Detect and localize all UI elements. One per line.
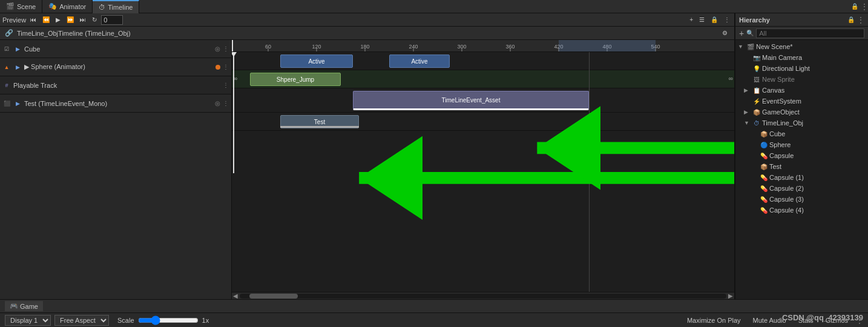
hierarchy-search-bar: + 🔍 <box>735 27 868 40</box>
track-row-sphere[interactable]: ∞ Shpere_Jump ∞ <box>232 70 734 88</box>
tracks-container: Active Active ∞ Shpere_Jump <box>232 52 734 292</box>
tree-label-main-camera: Main Camera <box>762 54 802 61</box>
hierarchy-lock-icon: 🔒 <box>847 16 855 23</box>
cube-menu-icon[interactable]: ⋮ <box>223 45 229 52</box>
scale-slider[interactable] <box>138 315 199 325</box>
track-label-sphere[interactable]: ▲ ▶ ▶ Sphere (Animator) ⋮ <box>0 58 231 76</box>
tree-icon-cube: 📦 <box>760 130 768 138</box>
play-button[interactable]: ▶ <box>54 16 62 24</box>
hierarchy-add-icon[interactable]: + <box>739 28 744 38</box>
tree-label-timeline-obj: TimeLine_Obj <box>762 119 803 127</box>
playable-menu-icon[interactable]: ⋮ <box>223 82 229 88</box>
hierarchy-more-icon[interactable]: ⋮ <box>857 16 864 24</box>
tree-item-directional-light[interactable]: 💡 Directional Light <box>735 63 868 74</box>
track-label-test[interactable]: ⬛ ▶ Test (TimeLineEvent_Mono) ◎ ⋮ <box>0 94 231 113</box>
test-track-type-icon: ▶ <box>13 99 22 108</box>
tab-lock-icon: 🔒 <box>849 3 861 10</box>
scrollbar-thumb[interactable] <box>249 294 298 299</box>
maximize-on-play-button[interactable]: Maximize On Play <box>683 315 745 325</box>
tree-item-capsule-3[interactable]: 💊 Capsule (3) <box>735 194 868 205</box>
scroll-right-arrow[interactable]: ▶ <box>726 292 733 299</box>
track-row-cube[interactable]: Active Active <box>232 52 734 70</box>
sphere-track-type-icon: ▶ <box>13 63 22 71</box>
tree-item-new-scene[interactable]: ▼ 🎬 New Scene* <box>735 41 868 52</box>
loop-button[interactable]: ↻ <box>90 16 99 24</box>
tree-item-gameobject[interactable]: ▶ 📦 GameObject <box>735 107 868 117</box>
mute-audio-button[interactable]: Mute Audio <box>749 315 791 325</box>
timeline-panel: Preview ⏮ ⏪ ▶ ⏩ ⏭ ↻ + ☰ 🔒 ⋮ 🔗 TimeLine_O… <box>0 13 735 299</box>
clip-cube-active-2[interactable]: Active <box>389 54 450 68</box>
game-bar-more-icon[interactable]: ⋮ <box>856 316 863 325</box>
timeline-ruler[interactable]: 60 120 180 240 300 360 420 <box>232 40 734 52</box>
cube-eye-icon[interactable]: ◎ <box>215 45 220 52</box>
timeline-more-icon[interactable]: ⋮ <box>722 16 732 24</box>
tree-label-directional-light: Directional Light <box>762 65 810 72</box>
tab-animator[interactable]: 🎭 Animator <box>42 0 93 13</box>
next-frame-button[interactable]: ⏩ <box>65 16 76 24</box>
timeline-title-label: TimeLine_ObjTimeline (TimeLine_Obj) <box>17 30 131 37</box>
timeline-playback-bar: Preview ⏮ ⏪ ▶ ⏩ ⏭ ↻ + ☰ 🔒 ⋮ <box>0 13 734 27</box>
sphere-loop-end: ∞ <box>729 75 733 82</box>
timeline-icon: ⏱ <box>99 4 105 11</box>
test-clip-progress <box>280 126 359 128</box>
tree-item-sphere[interactable]: 🔵 Sphere <box>735 139 868 150</box>
track-row-test[interactable]: Test <box>232 113 734 131</box>
display-select[interactable]: Display 1 <box>5 315 51 326</box>
cube-track-label: Cube <box>24 45 212 53</box>
scale-label: Scale <box>117 317 134 324</box>
test-menu-icon[interactable]: ⋮ <box>223 100 229 107</box>
tree-label-new-scene: New Scene* <box>756 43 793 50</box>
test-eye-icon[interactable]: ◎ <box>215 100 220 107</box>
playable-track-icon: # <box>2 81 11 90</box>
track-label-playable[interactable]: # Playable Track ⋮ <box>0 76 231 94</box>
sphere-track-expand-icon: ▲ <box>2 63 11 71</box>
playable-track-label: Playable Track <box>13 82 220 89</box>
tree-expand-new-scene: ▼ <box>738 44 745 50</box>
gizmos-button[interactable]: Gizmos <box>821 315 852 325</box>
tab-timeline[interactable]: ⏱ Timeline <box>93 0 139 13</box>
tab-scene[interactable]: 🎬 Scene <box>0 0 42 13</box>
tree-label-capsule-1: Capsule (1) <box>769 174 804 181</box>
scroll-left-arrow[interactable]: ◀ <box>233 292 240 299</box>
hierarchy-search-input[interactable] <box>756 28 864 38</box>
aspect-select[interactable]: Free Aspect <box>54 315 109 326</box>
prev-frame-button[interactable]: ⏪ <box>41 16 51 24</box>
tree-item-new-sprite[interactable]: 🖼 New Sprite <box>735 74 868 85</box>
tree-item-cube[interactable]: 📦 Cube <box>735 128 868 139</box>
tab-more-icon[interactable]: ⋮ <box>861 2 868 11</box>
search-icon: 🔍 <box>746 30 754 36</box>
clip-timeline-event-asset[interactable]: TimeLineEvent_Asset <box>353 91 589 110</box>
stats-button[interactable]: Stats <box>794 315 818 325</box>
tree-item-capsule-2[interactable]: 💊 Capsule (2) <box>735 183 868 194</box>
tree-item-main-camera[interactable]: 📷 Main Camera <box>735 52 868 63</box>
preview-label: Preview <box>2 16 26 24</box>
cube-track-icon: ☑ <box>2 45 11 53</box>
tree-item-canvas[interactable]: ▶ 📋 Canvas <box>735 85 868 96</box>
clip-sphere-jump[interactable]: Shpere_Jump <box>250 73 341 86</box>
track-options-button[interactable]: ☰ <box>697 16 706 24</box>
tree-expand-canvas: ▶ <box>744 87 751 93</box>
tree-label-eventsystem: EventSystem <box>762 97 801 105</box>
add-track-button[interactable]: + <box>688 16 695 24</box>
timeline-settings-icon[interactable]: ⚙ <box>720 29 729 37</box>
tab-game[interactable]: 🎮 Game <box>5 301 43 311</box>
timeline-scrollbar[interactable]: ◀ ▶ <box>232 292 734 299</box>
track-label-cube[interactable]: ☑ ▶ Cube ◎ ⋮ <box>0 40 231 58</box>
tree-item-capsule[interactable]: 💊 Capsule <box>735 150 868 161</box>
tree-item-capsule-4[interactable]: 💊 Capsule (4) <box>735 205 868 216</box>
timeline-lock-icon: 🔒 <box>709 16 720 24</box>
tree-icon-canvas: 📋 <box>752 86 761 94</box>
scrollbar-track[interactable] <box>240 294 726 299</box>
prev-start-button[interactable]: ⏮ <box>28 16 38 24</box>
tree-item-timeline-obj[interactable]: ▼ ⏱ TimeLine_Obj <box>735 117 868 128</box>
clip-cube-active-1[interactable]: Active <box>280 54 353 68</box>
tree-item-test[interactable]: 📦 Test <box>735 161 868 172</box>
tree-item-capsule-1[interactable]: 💊 Capsule (1) <box>735 172 868 183</box>
sphere-menu-icon[interactable]: ⋮ <box>223 64 229 70</box>
next-end-button[interactable]: ⏭ <box>78 16 88 24</box>
tree-item-eventsystem[interactable]: ⚡ EventSystem <box>735 96 868 107</box>
track-row-playable[interactable]: TimeLineEvent_Asset <box>232 88 734 113</box>
end-divider <box>589 52 590 292</box>
time-input[interactable] <box>101 15 123 25</box>
tree-icon-capsule-4: 💊 <box>760 206 768 214</box>
